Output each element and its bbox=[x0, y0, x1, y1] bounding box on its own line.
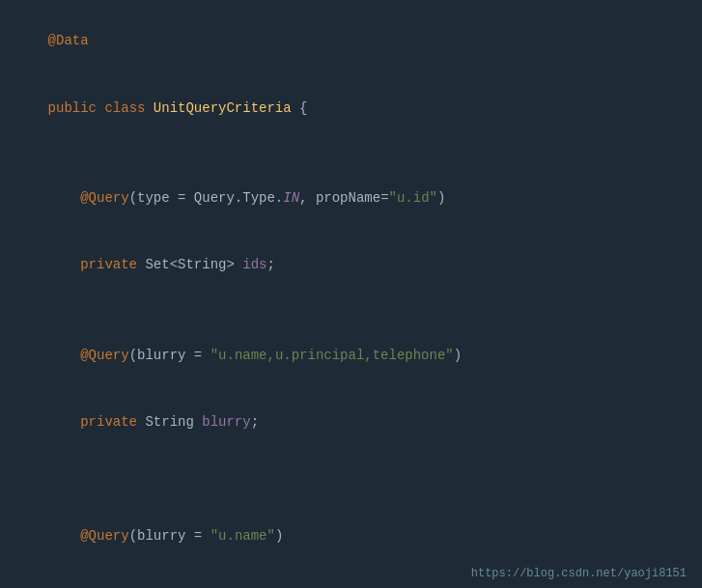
annotation-data: @Data bbox=[48, 33, 89, 48]
code-line-8: private String blurry; bbox=[0, 389, 702, 456]
code-line-4: @Query(type = Query.Type.IN, propName="u… bbox=[0, 165, 702, 232]
code-line-11: @Query(blurry = "u.name") bbox=[0, 503, 702, 570]
code-line-7: @Query(blurry = "u.name,u.principal,tele… bbox=[0, 322, 702, 388]
code-line-6 bbox=[0, 298, 702, 322]
code-line-9 bbox=[0, 456, 702, 479]
code-line-2: public class UnitQueryCriteria { bbox=[0, 74, 702, 141]
code-line-5: private Set<String> ids; bbox=[0, 232, 702, 298]
annotation-query-1: @Query bbox=[48, 190, 129, 206]
class-name: UnitQueryCriteria bbox=[154, 100, 292, 116]
code-editor: @Data public class UnitQueryCriteria { @… bbox=[0, 0, 702, 588]
code-line-1: @Data bbox=[0, 8, 702, 74]
punct-open-brace: { bbox=[292, 100, 308, 116]
code-line-10 bbox=[0, 479, 702, 502]
footer-url: https://blog.csdn.net/yaoji8151 bbox=[471, 567, 687, 580]
keyword-class: class bbox=[104, 100, 153, 116]
keyword-public: public bbox=[48, 100, 105, 116]
code-line-3 bbox=[0, 141, 702, 164]
